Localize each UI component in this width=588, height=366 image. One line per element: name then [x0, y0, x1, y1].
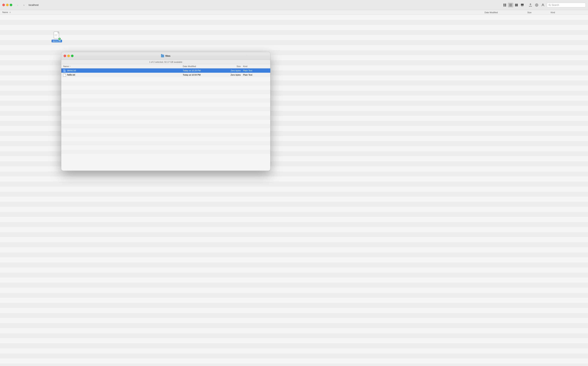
fg-col-name-header[interactable]: Name ∧ — [63, 65, 183, 68]
fg-empty-row-4 — [61, 90, 270, 94]
fg-minimize-button[interactable] — [67, 55, 70, 57]
bg-stripe-65 — [0, 338, 588, 343]
view-list-button[interactable] — [508, 3, 513, 8]
bg-stripe-70 — [0, 364, 588, 366]
svg-rect-5 — [509, 5, 512, 5]
search-bar[interactable]: Search — [547, 3, 586, 8]
fg-file-name-demotxt: demo.txt — [63, 69, 183, 72]
bg-stripe-58 — [0, 303, 588, 308]
fg-file-list: demo.txt Today at 10:29 PM Zero bytes Pl… — [61, 69, 270, 171]
bg-stripe-42 — [0, 222, 588, 227]
fg-file-size-hellotxt: Zero bytes — [222, 74, 243, 76]
fg-finder-window[interactable]: files 1 of 2 selected, 92.17 GB availabl… — [61, 52, 270, 171]
nav-back-button[interactable]: ‹ — [15, 3, 20, 8]
fg-empty-row-17 — [61, 145, 270, 150]
fg-empty-row-6 — [61, 98, 270, 103]
view-cover-button[interactable] — [519, 3, 525, 8]
bg-stripe-46 — [0, 242, 588, 247]
svg-rect-9 — [517, 4, 518, 6]
fg-empty-row-16 — [61, 141, 270, 145]
svg-rect-3 — [505, 5, 506, 6]
fg-empty-rows — [61, 77, 270, 154]
share-button[interactable] — [528, 3, 533, 8]
bg-stripe-54 — [0, 283, 588, 288]
bg-close-button[interactable] — [2, 4, 5, 6]
svg-rect-12 — [522, 6, 523, 6]
fg-empty-row-15 — [61, 137, 270, 141]
fg-file-row-demotxt[interactable]: demo.txt Today at 10:29 PM Zero bytes Pl… — [61, 69, 270, 73]
account-button[interactable] — [541, 3, 545, 8]
fg-file-date-demotxt: Today at 10:29 PM — [183, 69, 222, 72]
bg-col-size[interactable]: Size — [527, 11, 551, 14]
bg-stripe-63 — [0, 328, 588, 333]
bg-minimize-button[interactable] — [6, 4, 8, 6]
bg-stripe-37 — [0, 197, 588, 202]
fg-empty-row-13 — [61, 128, 270, 133]
bg-stripe-48 — [0, 252, 588, 257]
bg-stripe-60 — [0, 313, 588, 318]
fg-empty-row-12 — [61, 124, 270, 128]
bg-maximize-button[interactable] — [10, 4, 12, 6]
bg-stripe-50 — [0, 262, 588, 267]
bg-stripe-52 — [0, 273, 588, 278]
bg-stripe-36 — [0, 192, 588, 197]
bg-window-title: localhost — [29, 3, 39, 6]
file-icon-demotxt — [63, 69, 66, 72]
fg-file-date-hellotxt: Today at 10:04 PM — [183, 74, 222, 76]
tag-button[interactable] — [534, 3, 539, 8]
bg-traffic-lights — [2, 4, 12, 6]
fg-file-kind-demotxt: Plain Text — [243, 69, 268, 72]
bg-stripe-5 — [0, 35, 588, 40]
fg-col-date-header[interactable]: Date Modified — [183, 65, 222, 68]
fg-col-kind-header[interactable]: Kind — [243, 65, 268, 68]
svg-rect-6 — [509, 6, 512, 6]
bg-stripe-39 — [0, 207, 588, 212]
svg-rect-1 — [505, 4, 506, 5]
bg-stripe-59 — [0, 308, 588, 313]
svg-rect-11 — [521, 6, 522, 6]
bg-stripe-32 — [0, 171, 588, 176]
bg-stripe-44 — [0, 232, 588, 237]
fg-file-row-hellotxt[interactable]: hello.txt Today at 10:04 PM Zero bytes P… — [61, 73, 270, 77]
fg-col-size-header[interactable]: Size — [222, 65, 243, 68]
view-controls — [502, 3, 525, 8]
bg-stripe-6 — [0, 40, 588, 45]
fg-window-title: files — [161, 54, 170, 57]
svg-rect-7 — [515, 4, 516, 6]
bg-stripe-56 — [0, 293, 588, 298]
bg-stripe-64 — [0, 333, 588, 338]
bg-stripe-51 — [0, 267, 588, 273]
bg-stripe-33 — [0, 176, 588, 182]
bg-col-date[interactable]: Date Modified — [485, 11, 527, 14]
bg-column-header: Name ∧ Date Modified Size Kind — [0, 10, 588, 15]
bg-col-name[interactable]: Name ∧ — [2, 11, 485, 14]
fg-empty-row-5 — [61, 94, 270, 98]
bg-stripe-40 — [0, 212, 588, 217]
svg-point-16 — [549, 4, 550, 5]
view-column-button[interactable] — [514, 3, 519, 8]
fg-empty-row-14 — [61, 133, 270, 137]
sort-indicator: ∧ — [9, 11, 11, 13]
bg-stripe-41 — [0, 217, 588, 222]
bg-stripe-35 — [0, 187, 588, 192]
svg-rect-0 — [503, 4, 505, 5]
bg-stripe-7 — [0, 45, 588, 50]
fg-close-button[interactable] — [64, 55, 66, 57]
fg-file-size-demotxt: Zero bytes — [222, 69, 243, 72]
fg-status-bar: 1 of 2 selected, 92.17 GB available — [61, 60, 270, 64]
bg-stripe-3 — [0, 25, 588, 30]
nav-forward-button[interactable]: › — [22, 3, 26, 8]
fg-maximize-button[interactable] — [71, 55, 74, 57]
fg-empty-row-11 — [61, 120, 270, 124]
fg-empty-row-18 — [61, 150, 270, 154]
svg-point-15 — [542, 4, 543, 5]
bg-stripe-38 — [0, 202, 588, 207]
fg-empty-row-3 — [61, 85, 270, 90]
svg-rect-2 — [503, 5, 505, 6]
bg-stripe-55 — [0, 288, 588, 293]
sort-chevron-icon: ∧ — [70, 65, 70, 67]
bg-stripe-47 — [0, 247, 588, 252]
bg-col-kind[interactable]: Kind — [551, 11, 586, 14]
view-grid-button[interactable] — [502, 3, 508, 8]
bg-stripe-69 — [0, 358, 588, 364]
